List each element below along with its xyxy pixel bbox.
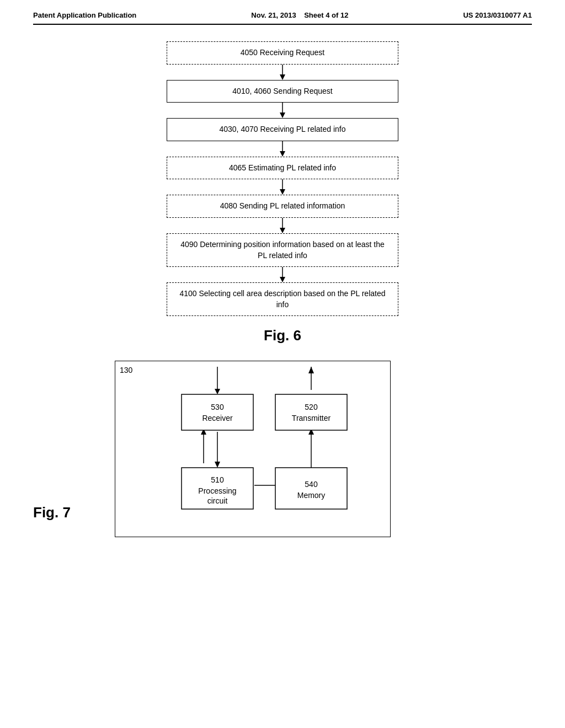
arrow-2 <box>277 103 288 118</box>
svg-marker-9 <box>280 228 285 233</box>
svg-text:Transmitter: Transmitter <box>292 414 331 422</box>
svg-text:520: 520 <box>305 403 318 411</box>
svg-text:Processing: Processing <box>198 486 236 495</box>
svg-text:530: 530 <box>211 403 224 411</box>
arrow-3 <box>277 141 288 157</box>
page-header: Patent Application Publication Nov. 21, … <box>33 11 532 25</box>
flow-box-2: 4010, 4060 Sending Request <box>167 80 398 103</box>
header-left: Patent Application Publication <box>33 11 136 19</box>
arrow-6 <box>277 267 288 282</box>
flow-box-5: 4080 Sending PL related information <box>167 195 398 218</box>
flow-box-1-text: 4050 Receiving Request <box>241 48 325 57</box>
svg-text:540: 540 <box>305 480 318 489</box>
fig7-section: Fig. 7 130 <box>33 361 532 537</box>
page: Patent Application Publication Nov. 21, … <box>0 0 565 728</box>
header-center: Nov. 21, 2013 Sheet 4 of 12 <box>251 11 348 19</box>
header-sheet: Sheet 4 of 12 <box>304 11 348 19</box>
flow-box-3-text: 4030, 4070 Receiving PL related info <box>219 125 345 133</box>
fig7-svg: 530 Receiver 520 Transmitter 510 Process… <box>115 361 391 538</box>
flow-box-4: 4065 Estimating PL related info <box>167 157 398 180</box>
flow-box-7: 4100 Selecting cell area description bas… <box>167 282 398 316</box>
svg-rect-27 <box>275 394 347 430</box>
flow-box-4-text: 4065 Estimating PL related info <box>229 163 336 172</box>
flow-box-5-text: 4080 Sending PL related information <box>220 201 345 210</box>
svg-marker-3 <box>280 113 285 118</box>
arrow-5 <box>277 218 288 233</box>
flow-box-3: 4030, 4070 Receiving PL related info <box>167 118 398 141</box>
arrow-1 <box>277 65 288 80</box>
svg-rect-24 <box>182 394 253 430</box>
flow-box-2-text: 4010, 4060 Sending Request <box>232 87 332 95</box>
arrow-4 <box>277 179 288 195</box>
svg-marker-15 <box>308 367 314 373</box>
svg-marker-13 <box>215 389 220 394</box>
fig7-diagram: 130 <box>115 361 391 537</box>
svg-text:circuit: circuit <box>207 496 228 505</box>
svg-marker-17 <box>215 462 220 468</box>
header-right: US 2013/0310077 A1 <box>463 11 532 19</box>
fig6-label: Fig. 6 <box>33 327 532 344</box>
svg-marker-11 <box>280 277 285 282</box>
svg-text:Memory: Memory <box>297 491 326 500</box>
fig7-label: Fig. 7 <box>33 504 71 521</box>
flow-box-1: 4050 Receiving Request <box>167 41 398 65</box>
svg-text:510: 510 <box>211 475 224 484</box>
svg-text:Receiver: Receiver <box>202 414 233 422</box>
fig6-flowchart: 4050 Receiving Request 4010, 4060 Sendin… <box>33 41 532 316</box>
flow-box-7-text: 4100 Selecting cell area description bas… <box>179 289 385 309</box>
flow-box-6: 4090 Determining position information ba… <box>167 233 398 267</box>
header-date: Nov. 21, 2013 <box>251 11 296 19</box>
svg-marker-7 <box>280 189 285 195</box>
svg-marker-5 <box>280 151 285 157</box>
svg-marker-1 <box>280 74 285 80</box>
flow-box-6-text: 4090 Determining position information ba… <box>180 240 385 260</box>
